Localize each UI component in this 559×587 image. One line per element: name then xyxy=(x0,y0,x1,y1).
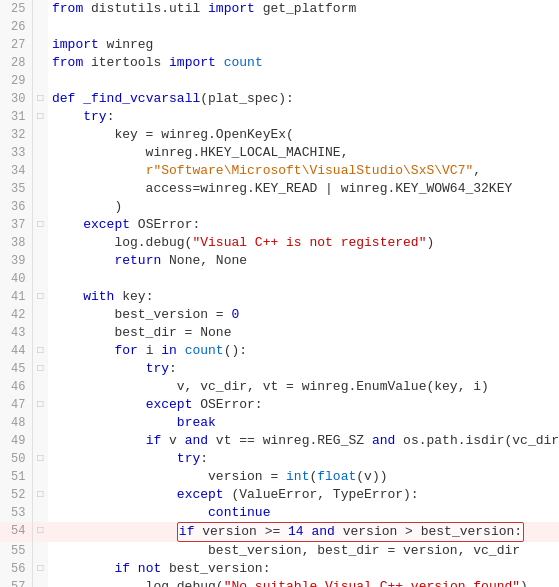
fold-button xyxy=(32,504,48,522)
code-line-content: best_version = 0 xyxy=(48,306,559,324)
fold-button[interactable]: □ xyxy=(32,560,48,578)
table-row: 46 v, vc_dir, vt = winreg.EnumValue(key,… xyxy=(0,378,559,396)
code-line-content: try: xyxy=(48,450,559,468)
code-line-content: try: xyxy=(48,108,559,126)
code-line-content xyxy=(48,18,559,36)
line-number: 50 xyxy=(0,450,32,468)
line-number: 57 xyxy=(0,578,32,587)
code-line-content: r"Software\Microsoft\VisualStudio\SxS\VC… xyxy=(48,162,559,180)
line-number: 49 xyxy=(0,432,32,450)
code-line-content: if version >= 14 and version > best_vers… xyxy=(48,522,559,542)
line-number: 56 xyxy=(0,560,32,578)
fold-button xyxy=(32,252,48,270)
table-row: 52□ except (ValueError, TypeError): xyxy=(0,486,559,504)
fold-button[interactable]: □ xyxy=(32,216,48,234)
table-row: 54□ if version >= 14 and version > best_… xyxy=(0,522,559,542)
fold-button[interactable]: □ xyxy=(32,288,48,306)
table-row: 37□ except OSError: xyxy=(0,216,559,234)
line-number: 29 xyxy=(0,72,32,90)
line-number: 37 xyxy=(0,216,32,234)
fold-button xyxy=(32,126,48,144)
line-number: 54 xyxy=(0,522,32,542)
table-row: 39 return None, None xyxy=(0,252,559,270)
code-line-content: with key: xyxy=(48,288,559,306)
fold-button[interactable]: □ xyxy=(32,522,48,542)
fold-button[interactable]: □ xyxy=(32,396,48,414)
code-line-content: from itertools import count xyxy=(48,54,559,72)
line-number: 51 xyxy=(0,468,32,486)
table-row: 28from itertools import count xyxy=(0,54,559,72)
code-line-content: if v and vt == winreg.REG_SZ and os.path… xyxy=(48,432,559,450)
fold-button xyxy=(32,306,48,324)
line-number: 26 xyxy=(0,18,32,36)
fold-button xyxy=(32,378,48,396)
fold-button xyxy=(32,578,48,587)
line-number: 38 xyxy=(0,234,32,252)
table-row: 44□ for i in count(): xyxy=(0,342,559,360)
table-row: 27import winreg xyxy=(0,36,559,54)
fold-button xyxy=(32,0,48,18)
code-line-content: v, vc_dir, vt = winreg.EnumValue(key, i) xyxy=(48,378,559,396)
table-row: 26 xyxy=(0,18,559,36)
code-line-content xyxy=(48,270,559,288)
code-line-content: if not best_version: xyxy=(48,560,559,578)
table-row: 41□ with key: xyxy=(0,288,559,306)
table-row: 36 ) xyxy=(0,198,559,216)
line-number: 39 xyxy=(0,252,32,270)
fold-button xyxy=(32,36,48,54)
line-number: 25 xyxy=(0,0,32,18)
line-number: 30 xyxy=(0,90,32,108)
fold-button xyxy=(32,414,48,432)
line-number: 40 xyxy=(0,270,32,288)
table-row: 55 best_version, best_dir = version, vc_… xyxy=(0,542,559,560)
fold-button[interactable]: □ xyxy=(32,486,48,504)
fold-button xyxy=(32,432,48,450)
table-row: 42 best_version = 0 xyxy=(0,306,559,324)
table-row: 57 log.debug("No suitable Visual C++ ver… xyxy=(0,578,559,587)
line-number: 52 xyxy=(0,486,32,504)
code-line-content: version = int(float(v)) xyxy=(48,468,559,486)
line-number: 31 xyxy=(0,108,32,126)
fold-button[interactable]: □ xyxy=(32,108,48,126)
code-line-content: log.debug("No suitable Visual C++ versio… xyxy=(48,578,559,587)
line-number: 46 xyxy=(0,378,32,396)
table-row: 45□ try: xyxy=(0,360,559,378)
fold-button xyxy=(32,324,48,342)
line-number: 34 xyxy=(0,162,32,180)
code-line-content: except OSError: xyxy=(48,396,559,414)
table-row: 32 key = winreg.OpenKeyEx( xyxy=(0,126,559,144)
fold-button[interactable]: □ xyxy=(32,450,48,468)
fold-button xyxy=(32,72,48,90)
line-number: 48 xyxy=(0,414,32,432)
line-number: 53 xyxy=(0,504,32,522)
code-line-content: def _find_vcvarsall(plat_spec): xyxy=(48,90,559,108)
table-row: 53 continue xyxy=(0,504,559,522)
table-row: 48 break xyxy=(0,414,559,432)
code-line-content: try: xyxy=(48,360,559,378)
code-line-content: from distutils.util import get_platform xyxy=(48,0,559,18)
code-line-content: continue xyxy=(48,504,559,522)
fold-button xyxy=(32,542,48,560)
table-row: 31□ try: xyxy=(0,108,559,126)
code-table: 25from distutils.util import get_platfor… xyxy=(0,0,559,587)
code-line-content: except OSError: xyxy=(48,216,559,234)
line-number: 42 xyxy=(0,306,32,324)
fold-button[interactable]: □ xyxy=(32,342,48,360)
line-number: 45 xyxy=(0,360,32,378)
fold-button xyxy=(32,144,48,162)
line-number: 33 xyxy=(0,144,32,162)
table-row: 34 r"Software\Microsoft\VisualStudio\SxS… xyxy=(0,162,559,180)
fold-button[interactable]: □ xyxy=(32,360,48,378)
fold-button xyxy=(32,180,48,198)
code-editor: 25from distutils.util import get_platfor… xyxy=(0,0,559,587)
table-row: 35 access=winreg.KEY_READ | winreg.KEY_W… xyxy=(0,180,559,198)
code-line-content: return None, None xyxy=(48,252,559,270)
line-number: 32 xyxy=(0,126,32,144)
fold-button xyxy=(32,234,48,252)
line-number: 47 xyxy=(0,396,32,414)
code-line-content xyxy=(48,72,559,90)
fold-button[interactable]: □ xyxy=(32,90,48,108)
line-number: 28 xyxy=(0,54,32,72)
code-line-content: winreg.HKEY_LOCAL_MACHINE, xyxy=(48,144,559,162)
code-line-content: import winreg xyxy=(48,36,559,54)
